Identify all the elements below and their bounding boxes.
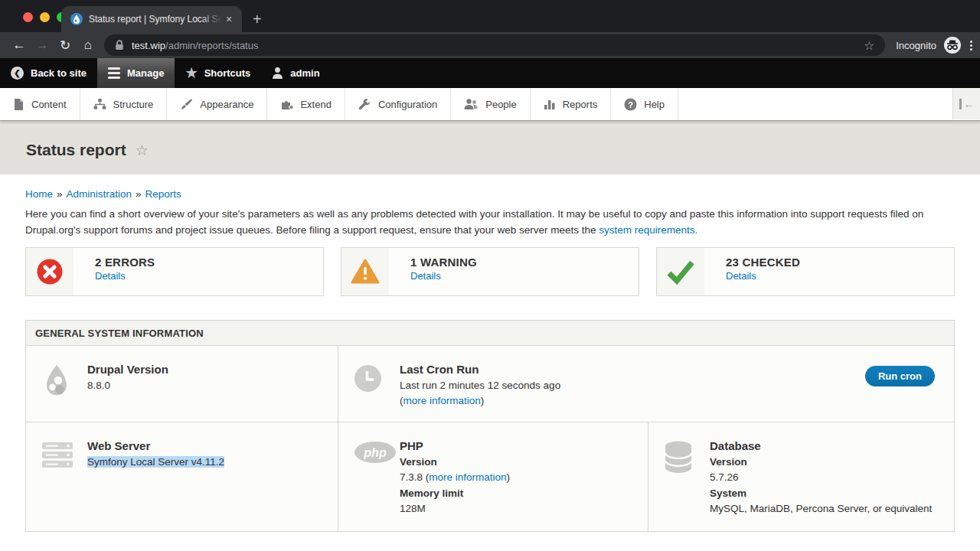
manage-tab[interactable]: Manage [97, 58, 175, 88]
web-server-cell: Web Server Symfony Local Server v4.11.2 [26, 422, 338, 531]
menu-item-reports[interactable]: Reports [531, 88, 612, 120]
window-close-button[interactable] [23, 12, 33, 22]
error-details-link[interactable]: Details [95, 270, 126, 282]
back-to-site-icon: ❮ [11, 67, 24, 80]
paren: ) [481, 395, 485, 406]
warning-count: 1 WARNING [410, 256, 477, 269]
menu-item-help[interactable]: ? Help [611, 88, 678, 120]
manage-label: Manage [127, 67, 164, 79]
menu-item-label: Help [644, 99, 665, 110]
breadcrumb-link-reports[interactable]: Reports [145, 188, 181, 200]
back-to-site-button[interactable]: ❮ Back to site [0, 58, 97, 88]
database-glyph [664, 441, 693, 473]
menu-item-content[interactable]: Content [0, 88, 80, 120]
svg-text:?: ? [628, 99, 633, 109]
svg-text:php: php [363, 446, 387, 459]
php-more-information-link[interactable]: more information [429, 471, 506, 483]
browser-tab-strip: Status report | Symfony Local Se ✕ + [0, 0, 980, 32]
error-icon [37, 259, 63, 285]
php-glyph: php [354, 441, 397, 464]
menu-item-label: Extend [300, 99, 331, 110]
menu-item-label: Structure [113, 99, 154, 110]
clock-glyph [354, 364, 382, 393]
reload-icon[interactable]: ↻ [54, 34, 77, 56]
drupal-drop-glyph [41, 364, 72, 399]
panel-header: GENERAL SYSTEM INFORMATION [26, 321, 954, 346]
error-icon-cell [26, 248, 74, 295]
menu-item-label: Reports [563, 99, 598, 110]
warning-details-link[interactable]: Details [410, 270, 441, 282]
browser-menu-icon[interactable] [970, 41, 972, 51]
run-cron-button[interactable]: Run cron [865, 366, 935, 386]
new-tab-button[interactable]: + [253, 11, 262, 27]
system-info-row-2: Web Server Symfony Local Server v4.11.2 … [26, 422, 954, 531]
document-icon [13, 98, 24, 111]
status-summary-cards: 2 ERRORS Details 1 WARNING Details [25, 247, 955, 296]
drupal-menu-bar: Content Structure Appearance Extend Conf… [0, 88, 980, 121]
window-minimize-button[interactable] [40, 12, 50, 22]
cron-more-information: (more information) [400, 393, 560, 409]
user-icon [272, 67, 283, 80]
tab-close-icon[interactable]: ✕ [222, 12, 236, 26]
cron-more-information-link[interactable]: more information [403, 395, 481, 406]
server-icon [41, 439, 87, 531]
shortcuts-tab[interactable]: ★ Shortcuts [175, 58, 261, 88]
php-version-value: 7.3.8 (more information) [400, 470, 510, 485]
admin-user-tab[interactable]: admin [261, 58, 330, 88]
toolbar-collapse-button[interactable]: ← [952, 88, 980, 119]
page-title: Status report [26, 141, 126, 159]
page-header: Status report ☆ [0, 121, 980, 174]
web-server-value: Symfony Local Server v4.11.2 [87, 456, 224, 468]
url-host: test.wip [132, 40, 165, 51]
address-bar[interactable]: test.wip/admin/reports/status ☆ [104, 34, 885, 56]
breadcrumb-link-home[interactable]: Home [25, 188, 53, 200]
help-icon: ? [624, 98, 637, 111]
error-count: 2 ERRORS [95, 256, 155, 269]
database-system-value: MySQL, MariaDB, Percona Server, or equiv… [710, 501, 932, 517]
menu-item-extend[interactable]: Extend [267, 88, 345, 120]
last-cron-run-value: Last run 2 minutes 12 seconds ago [400, 378, 560, 393]
database-title: Database [710, 439, 932, 452]
menu-item-people[interactable]: People [451, 88, 530, 120]
php-memory-limit-label: Memory limit [400, 486, 510, 501]
clock-icon [354, 363, 400, 422]
database-icon [664, 439, 710, 531]
browser-tab[interactable]: Status report | Symfony Local Se ✕ [61, 6, 242, 32]
php-logo-icon: php [354, 439, 400, 531]
paintbrush-icon [180, 98, 193, 110]
manage-menu-icon [108, 67, 120, 79]
php-cell: php PHP Version 7.3.8 (more information)… [338, 422, 648, 531]
menu-item-label: Appearance [200, 99, 253, 110]
menu-item-configuration[interactable]: Configuration [345, 88, 451, 120]
bookmark-star-icon[interactable]: ☆ [861, 38, 877, 53]
panel-header-label: GENERAL SYSTEM INFORMATION [35, 328, 204, 339]
menu-item-appearance[interactable]: Appearance [167, 88, 267, 120]
menu-item-structure[interactable]: Structure [80, 88, 168, 120]
url-text: test.wip/admin/reports/status [132, 40, 861, 51]
forward-icon[interactable]: → [31, 34, 54, 56]
wrench-icon [358, 98, 371, 110]
drupal-logo-icon [41, 363, 87, 422]
sitemap-icon [93, 98, 106, 110]
back-icon[interactable]: ← [8, 34, 31, 56]
check-icon [666, 259, 695, 285]
breadcrumb-separator: » [57, 188, 63, 200]
bar-chart-icon [544, 98, 556, 110]
incognito-label: Incognito [896, 40, 936, 51]
system-requirements-link[interactable]: system requirements. [599, 224, 697, 236]
checked-details-link[interactable]: Details [726, 270, 756, 282]
system-info-row-1: Drupal Version 8.8.0 Last Cron Run Last … [26, 346, 954, 422]
people-icon [464, 98, 479, 110]
warning-icon [351, 259, 380, 285]
shortcuts-star-icon: ★ [185, 65, 197, 81]
last-cron-run-cell: Last Cron Run Last run 2 minutes 12 seco… [338, 346, 954, 422]
drupal-version-title: Drupal Version [87, 363, 168, 376]
checked-count: 23 CHECKED [726, 256, 800, 269]
status-card-warnings: 1 WARNING Details [341, 247, 639, 296]
breadcrumb-link-administration[interactable]: Administration [67, 188, 132, 200]
check-icon-cell [657, 248, 704, 295]
incognito-icon [944, 37, 961, 54]
favorite-star-icon[interactable]: ☆ [136, 142, 149, 159]
home-icon[interactable]: ⌂ [77, 34, 100, 56]
menu-item-label: Configuration [378, 99, 437, 110]
